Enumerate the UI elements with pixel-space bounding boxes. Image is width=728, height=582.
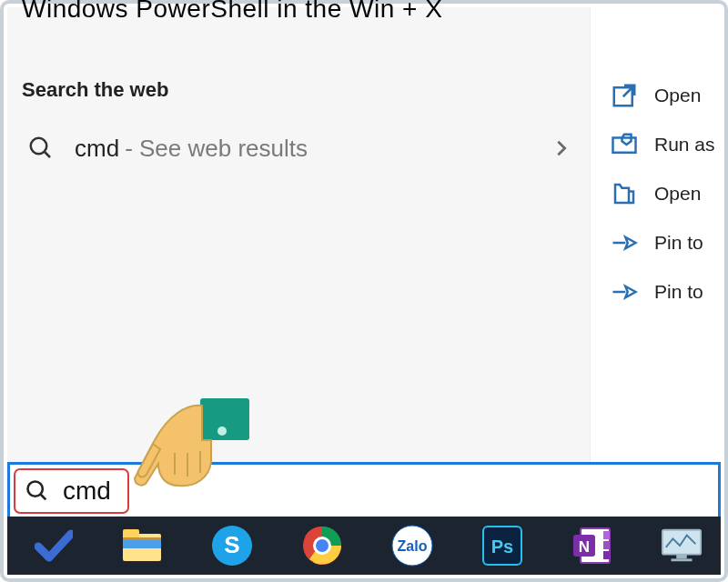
chevron-right-icon [551, 138, 571, 158]
action-label: Pin to [654, 232, 703, 254]
search-input-highlight: cmd [14, 468, 129, 514]
svg-point-21 [316, 539, 329, 552]
action-pin-start[interactable]: Pin to [591, 218, 721, 267]
partial-result-text: Windows PowerShell in the Win + X [22, 0, 590, 24]
search-icon [25, 478, 50, 504]
svg-text:Ps: Ps [491, 537, 513, 557]
open-icon [611, 82, 638, 109]
svg-text:N: N [579, 538, 590, 556]
taskbar-skype[interactable]: S [211, 525, 253, 567]
search-input-bar[interactable]: cmd [7, 462, 721, 520]
svg-point-11 [28, 482, 43, 497]
web-result-term: cmd [75, 135, 119, 163]
action-label: Open [654, 183, 701, 205]
action-label: Open [654, 85, 701, 106]
search-results-panel: Windows PowerShell in the Win + X Search… [7, 7, 721, 462]
taskbar-monitor-app[interactable] [661, 525, 703, 567]
results-left-column: Windows PowerShell in the Win + X Search… [7, 7, 590, 462]
svg-line-1 [45, 152, 50, 157]
svg-rect-15 [123, 539, 161, 548]
svg-rect-31 [603, 551, 610, 559]
taskbar-todo-app[interactable] [35, 525, 73, 567]
svg-rect-35 [676, 555, 687, 559]
taskbar-chrome[interactable] [302, 525, 342, 567]
svg-text:S: S [224, 531, 239, 558]
search-icon [27, 135, 55, 162]
svg-marker-6 [625, 237, 635, 249]
pin-icon [611, 229, 638, 256]
search-web-header: Search the web [22, 78, 590, 102]
taskbar-onenote[interactable]: N [571, 525, 612, 567]
action-open[interactable]: Open [591, 71, 721, 120]
web-result-row[interactable]: cmd - See web results [22, 124, 590, 173]
svg-rect-30 [603, 541, 610, 549]
svg-line-12 [41, 495, 46, 500]
web-result-suffix: - See web results [125, 135, 308, 163]
actions-pane: Open Run as Open Pin to [590, 7, 721, 462]
pointing-hand-icon [131, 398, 249, 498]
folder-open-icon [611, 180, 638, 207]
svg-rect-14 [123, 529, 139, 537]
svg-rect-16 [123, 537, 161, 540]
svg-point-0 [31, 138, 47, 155]
action-open-location[interactable]: Open [591, 169, 721, 218]
taskbar-zalo[interactable]: Zalo [391, 525, 433, 567]
shield-icon [611, 131, 638, 158]
svg-rect-29 [603, 531, 610, 539]
svg-rect-36 [672, 558, 693, 561]
svg-text:Zalo: Zalo [398, 538, 428, 554]
action-label: Run as [654, 134, 715, 156]
svg-point-10 [217, 426, 227, 436]
pin-icon [611, 278, 638, 306]
svg-marker-8 [625, 286, 635, 298]
taskbar: S Zalo [7, 517, 721, 575]
taskbar-file-explorer[interactable] [122, 525, 162, 567]
action-pin-taskbar[interactable]: Pin to [591, 267, 721, 316]
window-frame: Windows PowerShell in the Win + X Search… [0, 0, 728, 582]
taskbar-photoshop[interactable]: Ps [482, 525, 522, 567]
action-label: Pin to [654, 281, 703, 303]
search-input-value: cmd [63, 477, 111, 506]
action-run-as[interactable]: Run as [591, 120, 721, 169]
